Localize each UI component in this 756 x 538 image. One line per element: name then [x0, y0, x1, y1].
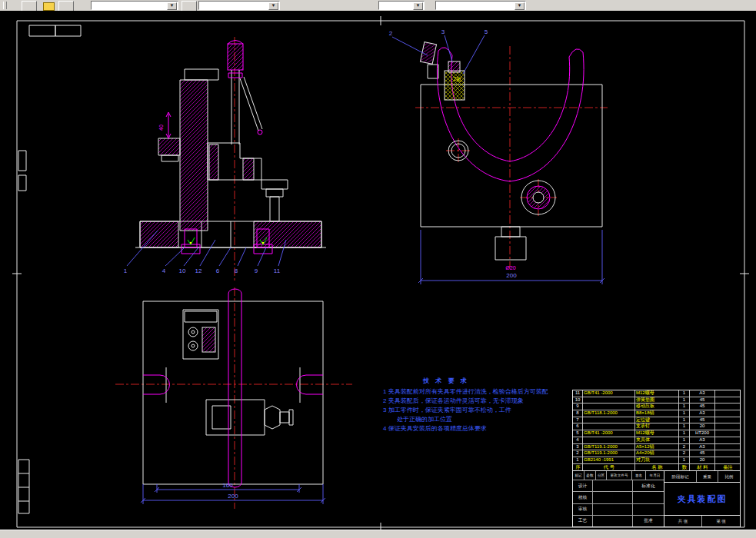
part-material: 20 — [690, 423, 715, 430]
part-code: GB/T41 -2000 — [583, 430, 635, 437]
part-code — [583, 397, 635, 404]
signature-cell — [593, 492, 633, 503]
label: 批准 — [633, 516, 664, 526]
part-code — [583, 423, 635, 430]
part-material: A3 — [690, 444, 715, 450]
toolbar-button[interactable] — [22, 1, 37, 12]
note-line: 4 保证夹具安装后的各项精度总体要求 — [378, 424, 575, 433]
part-qty: 1 — [679, 423, 690, 430]
label — [633, 504, 664, 515]
part-no: 1 — [573, 457, 583, 463]
balloon-label: 2 — [389, 30, 393, 37]
technical-notes: 技 术 要 求 1 夹具装配前对所有夹具零件进行清洗，检验合格后方可装配 2 夹… — [378, 377, 575, 433]
table-row: 5 GB/T41 -2000 M12螺母 1 HT200 — [573, 430, 740, 437]
table-row: 6 支承钉 1 20 — [573, 423, 740, 430]
status-bar — [0, 530, 756, 538]
part-qty: 1 — [679, 457, 690, 463]
signature-cell — [593, 480, 633, 491]
label: 比例 — [718, 471, 740, 482]
revision-row: 标记 处数 分区 更改文件号 签名 年月日 — [573, 471, 664, 480]
part-no: 9 — [573, 404, 583, 410]
table-row: 4 夹具体 1 A3 — [573, 437, 740, 444]
label: 阶段标记 — [664, 471, 697, 482]
table-row: 1 GB2140 -1991 对刀块 1 20 — [573, 457, 740, 464]
part-material: A3 — [690, 437, 715, 443]
table-row: 2 GB/T119.1-2000 A4×20销 2 45 — [573, 450, 740, 457]
lineweight-combo[interactable]: ▼ — [435, 1, 526, 10]
open-folder-icon[interactable] — [43, 2, 55, 11]
label: 标记 — [573, 471, 584, 480]
part-qty: 1 — [679, 430, 690, 437]
label: 重量 — [697, 471, 718, 482]
part-qty: 1 — [679, 417, 690, 423]
hatched-pad — [448, 61, 460, 72]
chevron-down-icon[interactable]: ▼ — [413, 2, 423, 10]
sign-row: 工艺 批准 — [573, 516, 664, 526]
table-row: 8 GB/T118.1-2000 B8×18销 1 A3 — [573, 410, 740, 417]
toolbar-button[interactable] — [58, 1, 74, 12]
balloon-label: 6 — [216, 267, 220, 274]
part-no: 7 — [573, 417, 583, 423]
part-note — [715, 430, 740, 437]
toolbar-button[interactable] — [182, 1, 197, 12]
part-qty: 1 — [679, 410, 690, 417]
part-name: 支承钉 — [635, 423, 679, 430]
table-row: 9 移动压板 1 45 — [573, 404, 740, 410]
table-row: 3 GB/T119.1-2000 A5×12销 2 A3 — [573, 444, 740, 451]
balloon-label: 4 — [162, 267, 166, 274]
part-no: 11 — [573, 390, 583, 397]
note-line: 处于正确的加工位置 — [378, 415, 575, 424]
part-name: M12螺母 — [635, 430, 679, 437]
note-line: 2 夹具装配后，保证各运动件灵活可靠，无卡滞现象 — [378, 397, 575, 406]
chevron-down-icon[interactable]: ▼ — [515, 2, 525, 10]
part-note — [715, 397, 740, 404]
sheet-row: 共 张 第 张 — [664, 516, 740, 526]
width-dimension: 200 — [506, 272, 517, 279]
part-material: 45 — [690, 404, 715, 410]
part-qty: 2 — [679, 450, 690, 457]
sign-row: 设计 标准化 — [573, 480, 664, 492]
part-code: GB/T118.1-2000 — [583, 410, 635, 417]
color-combo[interactable]: ▼ — [198, 1, 280, 10]
part-note — [715, 444, 740, 450]
chevron-down-icon[interactable]: ▼ — [167, 2, 177, 10]
bushing-bore — [533, 192, 544, 203]
sign-row: 审核 — [573, 504, 664, 516]
part-code — [583, 404, 635, 410]
parts-list: 11 GB/T41 -2000 M12螺母 1 A3 10 弹簧垫圈 1 45 … — [572, 390, 741, 471]
clamp-dimension-label: 40 — [158, 125, 164, 131]
label: 第 张 — [702, 516, 740, 526]
part-note — [715, 423, 740, 430]
places-note: 2处 — [454, 76, 462, 82]
part-no: 10 — [573, 397, 583, 404]
part-qty: 1 — [679, 404, 690, 410]
part-material: HT200 — [690, 430, 715, 437]
part-name: 对刀块 — [635, 457, 679, 463]
linetype-combo[interactable]: ▼ — [378, 1, 425, 10]
part-name: A4×20销 — [635, 450, 679, 457]
part-code: GB/T41 -2000 — [583, 390, 635, 397]
part-no: 6 — [573, 423, 583, 430]
signature-cell — [593, 516, 633, 526]
part-material: 45 — [690, 397, 715, 404]
balloon-label: 12 — [195, 267, 202, 274]
handle-knob — [228, 44, 243, 70]
part-material: 45 — [690, 450, 715, 457]
part-note — [715, 457, 740, 463]
width-dimension: 200 — [228, 493, 238, 500]
layer-combo[interactable]: ▼ — [91, 1, 178, 10]
part-no: 2 — [573, 450, 583, 457]
part-material: 45 — [690, 417, 715, 423]
balloon-label: 5 — [485, 28, 488, 35]
part-qty: 1 — [679, 390, 690, 397]
part-name: A5×12销 — [635, 444, 679, 450]
label: 签名 — [632, 471, 646, 480]
label: 标准化 — [633, 480, 664, 491]
table-row: 10 弹簧垫圈 1 45 — [573, 397, 740, 404]
part-name: 夹具体 — [635, 437, 679, 443]
part-note — [715, 437, 740, 443]
toolbar-grip[interactable] — [3, 2, 7, 9]
part-note — [715, 404, 740, 410]
part-name: B8×18销 — [635, 410, 679, 417]
chevron-down-icon[interactable]: ▼ — [268, 2, 278, 10]
